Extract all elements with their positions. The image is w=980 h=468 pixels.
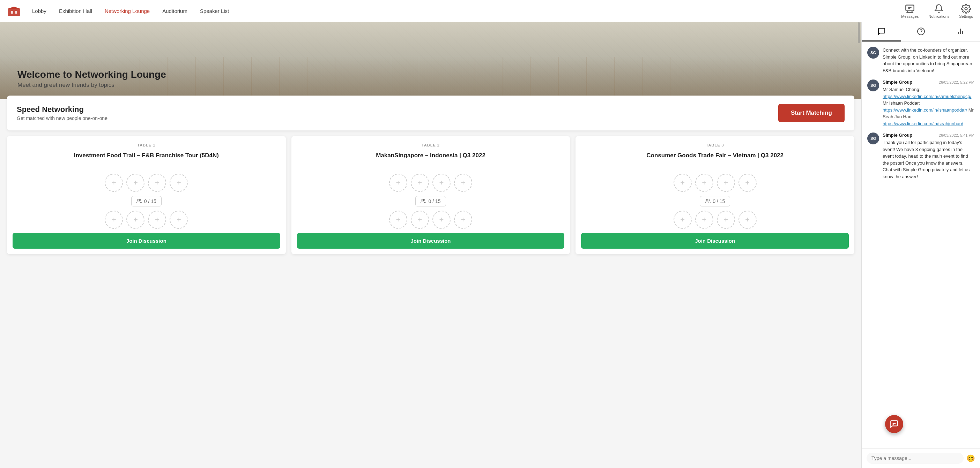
top-navigation: Lobby Exhibition Hall Networking Lounge … xyxy=(0,0,980,22)
tab-chat[interactable] xyxy=(862,22,901,41)
seat[interactable]: + xyxy=(126,174,145,192)
seat[interactable]: + xyxy=(674,174,692,192)
settings-button[interactable]: Settings xyxy=(959,4,973,19)
chat-message-2: SG Simple Group 26/03/2022, 5:41 PM Than… xyxy=(867,133,974,180)
seat[interactable]: + xyxy=(126,211,145,229)
table-3-capacity: 0 / 15 xyxy=(700,196,730,206)
seat[interactable]: + xyxy=(695,211,713,229)
table-2-seats-bottom: + + + + xyxy=(297,211,565,229)
table-3-capacity-text: 0 / 15 xyxy=(713,198,725,204)
avatar-simple-group: SG xyxy=(867,47,879,59)
logo[interactable] xyxy=(7,6,21,16)
tab-qa[interactable] xyxy=(901,22,940,41)
nav-networking-lounge[interactable]: Networking Lounge xyxy=(105,8,150,14)
table-1-join-button[interactable]: Join Discussion xyxy=(13,233,280,249)
table-3-seats-bottom: + + + + xyxy=(581,211,849,229)
svg-rect-4 xyxy=(906,5,914,11)
seat[interactable]: + xyxy=(170,174,188,192)
tab-poll[interactable] xyxy=(940,22,980,41)
nav-speaker-list[interactable]: Speaker List xyxy=(200,8,229,14)
top-right-icons: Messages Notifications Settings xyxy=(901,4,973,19)
seat[interactable]: + xyxy=(717,174,735,192)
svg-point-9 xyxy=(422,199,424,201)
chat-msg-body: Connect with the co-founders of organize… xyxy=(883,47,974,74)
messages-label: Messages xyxy=(901,14,919,19)
chat-link-3[interactable]: https://www.linkedin.com/in/seahjunhao/ xyxy=(883,121,963,126)
seat[interactable]: + xyxy=(411,174,429,192)
start-matching-button[interactable]: Start Matching xyxy=(778,104,845,122)
seat[interactable]: + xyxy=(738,211,757,229)
nav-lobby[interactable]: Lobby xyxy=(32,8,46,14)
chat-message-1: SG Simple Group 26/03/2022, 5:22 PM Mr S… xyxy=(867,79,974,127)
chat-text-mid-1: Mr Ishaan Poddar: xyxy=(883,100,920,106)
chat-msg-2-body: Simple Group 26/03/2022, 5:41 PM Thank y… xyxy=(883,133,974,180)
seat[interactable]: + xyxy=(695,174,713,192)
scrollbar[interactable] xyxy=(858,22,860,43)
table-2-capacity-text: 0 / 15 xyxy=(428,198,441,204)
seat[interactable]: + xyxy=(433,174,450,192)
seat[interactable]: + xyxy=(148,211,166,229)
chat-text-1: Mr Samuel Cheng: https://www.linkedin.co… xyxy=(883,86,974,127)
chat-msg-1-body: Simple Group 26/03/2022, 5:22 PM Mr Samu… xyxy=(883,79,974,127)
chat-link-2[interactable]: https://www.linkedin.com/in/ishaanpoddar… xyxy=(883,108,967,113)
nav-items: Lobby Exhibition Hall Networking Lounge … xyxy=(32,8,901,14)
svg-rect-3 xyxy=(15,11,17,14)
speed-networking-info: Speed Networking Get matched with new pe… xyxy=(17,105,108,121)
table-3-seats-top: + + + + xyxy=(581,174,849,192)
table-2-label: TABLE 2 xyxy=(297,143,565,147)
chat-input[interactable] xyxy=(867,453,964,464)
svg-rect-0 xyxy=(8,9,20,16)
left-content: Welcome to Networking Lounge Meet and gr… xyxy=(0,22,861,468)
table-card-1: TABLE 1 Investment Food Trail – F&B Fran… xyxy=(7,136,286,254)
table-1-title: Investment Food Trail – F&B Franchise To… xyxy=(13,151,280,170)
seat[interactable]: + xyxy=(674,211,692,229)
sidebar-tabs xyxy=(862,22,980,42)
nav-exhibition-hall[interactable]: Exhibition Hall xyxy=(59,8,92,14)
chat-text-2: Thank you all for participating in today… xyxy=(883,139,974,180)
seat[interactable]: + xyxy=(433,211,450,229)
emoji-button[interactable]: 😊 xyxy=(966,454,975,462)
table-2-capacity: 0 / 15 xyxy=(415,196,445,206)
chat-link-1[interactable]: https://www.linkedin.com/in/samuelchengc… xyxy=(883,94,971,99)
seat[interactable]: + xyxy=(389,211,407,229)
seat[interactable]: + xyxy=(738,174,757,192)
seat[interactable]: + xyxy=(454,174,472,192)
nav-auditorium[interactable]: Auditorium xyxy=(162,8,188,14)
table-1-capacity: 0 / 15 xyxy=(131,196,162,206)
chat-sender-2: Simple Group xyxy=(883,133,912,138)
main-area: Welcome to Networking Lounge Meet and gr… xyxy=(0,22,980,468)
seat[interactable]: + xyxy=(411,211,429,229)
right-sidebar: SG Connect with the co-founders of organ… xyxy=(861,22,980,468)
chat-msg-1-header: Simple Group 26/03/2022, 5:22 PM xyxy=(883,79,974,85)
seat[interactable]: + xyxy=(717,211,735,229)
hero-title: Welcome to Networking Lounge xyxy=(18,69,166,80)
svg-point-10 xyxy=(706,199,708,201)
seat[interactable]: + xyxy=(170,211,188,229)
table-2-join-button[interactable]: Join Discussion xyxy=(297,233,565,249)
table-3-join-button[interactable]: Join Discussion xyxy=(581,233,849,249)
speed-networking-title: Speed Networking xyxy=(17,105,108,114)
chat-text-partial: Connect with the co-founders of organize… xyxy=(883,47,974,74)
seat[interactable]: + xyxy=(148,174,166,192)
notifications-button[interactable]: Notifications xyxy=(928,4,949,19)
table-card-3: TABLE 3 Consumer Goods Trade Fair – Viet… xyxy=(576,136,854,254)
seat[interactable]: + xyxy=(105,174,123,192)
floating-chat-button[interactable] xyxy=(885,415,903,433)
svg-point-7 xyxy=(965,7,967,10)
table-1-seats-bottom: + + + + xyxy=(13,211,280,229)
table-1-seats-top: + + + + xyxy=(13,174,280,192)
chat-time-1: 26/03/2022, 5:22 PM xyxy=(939,80,974,84)
seat[interactable]: + xyxy=(454,211,472,229)
svg-rect-2 xyxy=(11,11,13,14)
seat[interactable]: + xyxy=(389,174,407,192)
chat-message-partial: SG Connect with the co-founders of organ… xyxy=(867,47,974,74)
chat-input-area: 😊 xyxy=(862,448,980,468)
notifications-label: Notifications xyxy=(928,14,949,19)
seat[interactable]: + xyxy=(105,211,123,229)
messages-button[interactable]: Messages xyxy=(901,4,919,19)
table-1-label: TABLE 1 xyxy=(13,143,280,147)
svg-point-8 xyxy=(137,199,139,201)
chat-time-2: 26/03/2022, 5:41 PM xyxy=(939,133,974,137)
hero-text: Welcome to Networking Lounge Meet and gr… xyxy=(18,69,166,89)
avatar-1: SG xyxy=(867,79,879,91)
